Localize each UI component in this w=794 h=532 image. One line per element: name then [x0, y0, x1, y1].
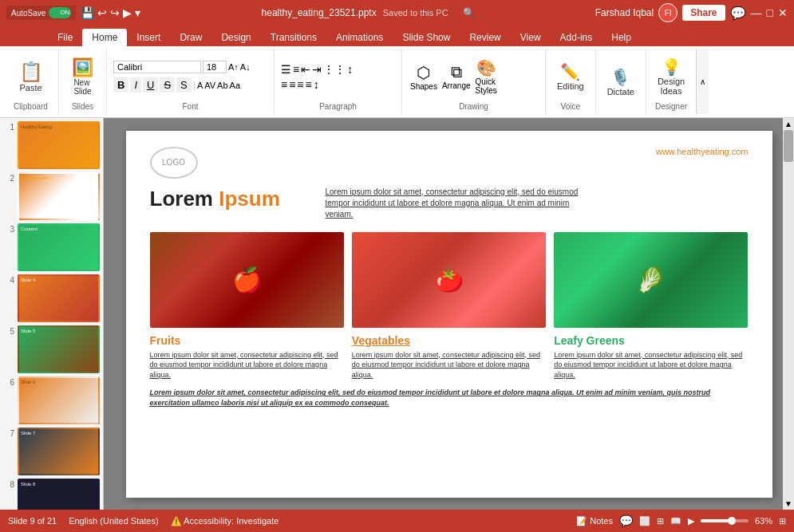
slide-thumbnail-4[interactable]: Slide 4 — [18, 274, 100, 322]
normal-view-icon[interactable]: ⬜ — [639, 516, 650, 526]
dictate-label: Dictate — [607, 87, 634, 97]
autosave-badge[interactable]: AutoSave — [6, 6, 76, 20]
slide-thumb-4[interactable]: 4 Slide 4 — [3, 274, 100, 322]
font-label: Font — [113, 100, 267, 111]
minimize-button[interactable]: — — [751, 6, 762, 19]
reading-view-icon[interactable]: 📖 — [670, 516, 681, 526]
zoom-slider[interactable] — [701, 519, 749, 522]
design-ideas-button[interactable]: 💡 DesignIdeas — [653, 54, 689, 99]
bullet-list-icon[interactable]: ☰ — [281, 63, 291, 76]
slide-thumb-8[interactable]: 8 Slide 8 — [3, 479, 100, 510]
tab-home[interactable]: Home — [82, 29, 127, 46]
arrange-button[interactable]: ⧉ Arrange — [440, 61, 472, 92]
save-button[interactable]: 💾 — [81, 6, 94, 19]
dictate-button[interactable]: 🎙️ Dictate — [602, 65, 639, 100]
zoom-slider-thumb[interactable] — [728, 517, 736, 525]
intro-text: Lorem ipsum dolor sit amet, consectetur … — [326, 187, 597, 220]
tab-draw[interactable]: Draw — [170, 29, 211, 46]
slide-thumb-7[interactable]: 7 Slide 7 — [3, 428, 100, 475]
scroll-down-button[interactable]: ▼ — [783, 499, 794, 508]
strikethrough-button[interactable]: S — [160, 77, 175, 93]
slide-thumbnail-8[interactable]: Slide 8 — [18, 479, 100, 510]
text-direction-para-icon[interactable]: ↕ — [347, 63, 353, 76]
slide-sorter-icon[interactable]: ⊞ — [657, 516, 664, 526]
paste-button[interactable]: 📋 Paste — [14, 57, 48, 96]
tab-view[interactable]: View — [511, 29, 551, 46]
tab-help[interactable]: Help — [602, 29, 641, 46]
font-decrease-icon[interactable]: A↓ — [240, 62, 251, 72]
undo-button[interactable]: ↩ — [97, 6, 107, 19]
accessibility-label[interactable]: ⚠️ Accessibility: Investigate — [171, 516, 279, 526]
text-direction-icon[interactable]: Ab — [217, 81, 227, 90]
vertical-scrollbar[interactable]: ▲ ▼ — [783, 118, 794, 510]
slide-thumb-5[interactable]: 5 Slide 5 — [3, 325, 100, 373]
zoom-slider-fill — [701, 519, 729, 522]
slide-thumbnail-1[interactable]: Healthy Eating — [18, 121, 100, 169]
align-center-icon[interactable]: ≡ — [289, 78, 295, 91]
tab-design[interactable]: Design — [211, 29, 260, 46]
columns-icon[interactable]: ⋮⋮ — [323, 63, 346, 76]
scroll-thumb[interactable] — [784, 130, 793, 162]
user-area: Farshad Iqbal FI Share 💬 — □ ✕ — [595, 3, 788, 22]
new-slide-label: NewSlide — [73, 78, 91, 96]
slide-thumbnail-5[interactable]: Slide 5 — [18, 325, 100, 373]
comments-icon[interactable]: 💬 — [730, 6, 746, 21]
tab-animations[interactable]: Animations — [326, 29, 393, 46]
fruits-column: Fruits Lorem ipsum dolor sit amet, conse… — [150, 232, 344, 380]
font-size-input[interactable] — [203, 61, 227, 73]
fit-slide-icon[interactable]: ⊞ — [779, 516, 786, 526]
tab-transitions[interactable]: Transitions — [261, 29, 326, 46]
search-icon[interactable]: 🔍 — [463, 7, 475, 18]
tab-file[interactable]: File — [48, 29, 82, 46]
share-button[interactable]: Share — [682, 5, 725, 21]
ribbon-collapse-button[interactable]: ∧ — [696, 49, 709, 114]
justify-icon[interactable]: ≡ — [306, 78, 312, 91]
underline-button[interactable]: U — [143, 77, 158, 93]
slide-thumbnail-6[interactable]: Slide 6 — [18, 376, 100, 424]
more-commands-button[interactable]: ▾ — [135, 6, 140, 19]
bold-button[interactable]: B — [113, 77, 128, 93]
align-right-icon[interactable]: ≡ — [297, 78, 303, 91]
numbered-list-icon[interactable]: ≡ — [293, 63, 299, 76]
close-button[interactable]: ✕ — [778, 6, 788, 19]
outdent-icon[interactable]: ⇤ — [301, 63, 310, 76]
scroll-up-button[interactable]: ▲ — [783, 118, 794, 128]
present-button[interactable]: ▶ — [123, 6, 132, 19]
slide-thumb-2[interactable]: 2 Lorem Ipsum — [3, 172, 100, 220]
slide-panel[interactable]: 1 Healthy Eating 2 Lorem Ipsum 3 Content… — [0, 118, 104, 510]
maximize-button[interactable]: □ — [767, 6, 773, 19]
editing-button[interactable]: ✏️ Editing — [552, 59, 589, 94]
new-slide-button[interactable]: 🖼️ NewSlide — [67, 54, 99, 99]
indent-icon[interactable]: ⇥ — [312, 63, 322, 76]
align-left-icon[interactable]: ≡ — [281, 78, 287, 91]
tab-review[interactable]: Review — [460, 29, 510, 46]
quick-styles-label: QuickStyles — [476, 77, 497, 95]
convert-icon[interactable]: Aa — [230, 81, 240, 90]
comments-status-icon[interactable]: 💬 — [619, 514, 633, 527]
tab-slideshow[interactable]: Slide Show — [393, 29, 460, 46]
autosave-toggle[interactable] — [49, 7, 71, 18]
slide-thumb-6[interactable]: 6 Slide 6 — [3, 376, 100, 424]
slide-thumbnail-2[interactable]: Lorem Ipsum — [18, 172, 100, 220]
font-color-icon[interactable]: A — [197, 81, 203, 90]
notes-button[interactable]: 📝 Notes — [576, 516, 613, 526]
char-spacing-icon[interactable]: AV — [204, 81, 215, 90]
slideshow-view-icon[interactable]: ▶ — [688, 516, 694, 526]
tab-insert[interactable]: Insert — [127, 29, 170, 46]
italic-button[interactable]: I — [130, 77, 141, 93]
shapes-button[interactable]: ⬡ Shapes — [409, 61, 439, 93]
shadow-button[interactable]: S — [176, 77, 192, 93]
slide-thumbnail-7[interactable]: Slide 7 — [18, 428, 100, 475]
slide-thumb-3[interactable]: 3 Content — [3, 223, 100, 271]
redo-button[interactable]: ↪ — [110, 6, 120, 19]
font-name-input[interactable] — [113, 61, 201, 73]
line-spacing-icon[interactable]: ↕ — [314, 78, 319, 91]
slide-thumb-1[interactable]: 1 Healthy Eating — [3, 121, 100, 169]
tab-addins[interactable]: Add-ins — [551, 29, 602, 46]
slide-title: Lorem Ipsum — [150, 187, 310, 211]
shapes-label: Shapes — [410, 82, 437, 91]
slide-thumbnail-3[interactable]: Content — [18, 223, 100, 271]
font-increase-icon[interactable]: A↑ — [228, 62, 239, 72]
quick-styles-button[interactable]: 🎨 QuickStyles — [474, 57, 499, 97]
ribbon: 📋 Paste Clipboard 🖼️ NewSlide Slides A↑ … — [0, 46, 794, 118]
